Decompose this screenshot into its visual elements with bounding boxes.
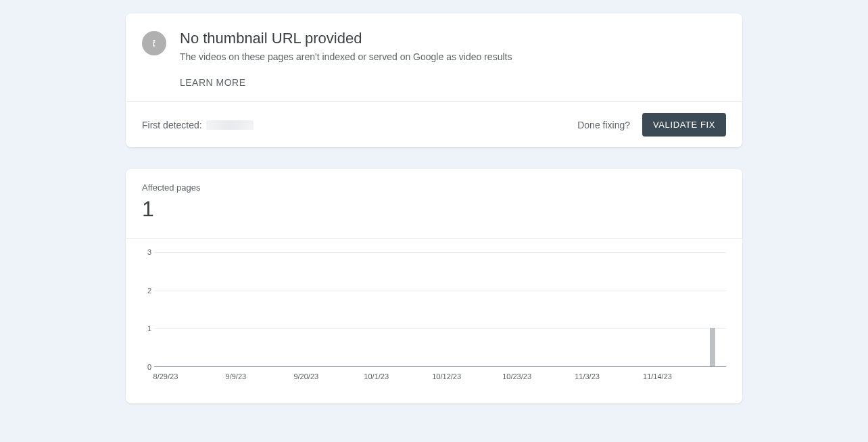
svg-point-0 [153,40,155,42]
issue-title: No thumbnail URL provided [180,30,726,47]
chart-gridline [154,252,726,253]
chart-x-tick: 11/3/23 [575,372,600,380]
issue-text-block: No thumbnail URL provided The videos on … [180,30,726,88]
chart-x-tick: 8/29/23 [153,372,178,380]
chart-y-axis: 0123 [142,252,154,367]
done-fixing-label: Done fixing? [577,120,630,130]
chart-bar [710,328,715,366]
chart-x-tick: 10/12/23 [432,372,461,380]
chart-container: 0123 8/29/239/9/239/20/2310/1/2310/12/23… [126,239,742,403]
issue-description: The videos on these pages aren't indexed… [180,51,726,62]
chart-x-axis: 8/29/239/9/239/20/2310/1/2310/12/2310/23… [154,370,726,387]
validate-fix-button[interactable]: VALIDATE FIX [642,113,726,137]
affected-count: 1 [142,197,726,222]
issue-card-top: No thumbnail URL provided The videos on … [126,14,742,101]
svg-rect-2 [153,43,155,43]
affected-header: Affected pages 1 [126,169,742,239]
chart-y-tick: 0 [147,363,151,371]
chart-x-tick: 9/20/23 [293,372,318,380]
first-detected-value [206,120,254,130]
info-icon [142,31,166,55]
learn-more-link[interactable]: LEARN MORE [180,77,726,88]
chart-x-tick: 10/1/23 [364,372,389,380]
chart-plot [154,252,726,367]
svg-rect-3 [153,45,155,46]
chart-y-tick: 1 [147,324,151,333]
chart-x-tick: 9/9/23 [226,372,247,380]
affected-pages-chart: 0123 8/29/239/9/239/20/2310/1/2310/12/23… [142,252,726,387]
chart-y-tick: 2 [147,287,151,295]
chart-y-tick: 3 [147,248,151,256]
chart-x-tick: 11/14/23 [643,372,672,380]
affected-label: Affected pages [142,182,726,193]
chart-gridline [154,328,726,329]
affected-pages-card: Affected pages 1 0123 8/29/239/9/239/20/… [126,169,742,403]
chart-gridline [154,291,726,291]
first-detected-label: First detected: [142,120,202,130]
issue-card: No thumbnail URL provided The videos on … [126,14,742,147]
chart-x-tick: 10/23/23 [502,372,531,380]
fix-actions: Done fixing? VALIDATE FIX [577,113,726,137]
issue-card-footer: First detected: Done fixing? VALIDATE FI… [126,101,742,147]
first-detected: First detected: [142,120,254,130]
